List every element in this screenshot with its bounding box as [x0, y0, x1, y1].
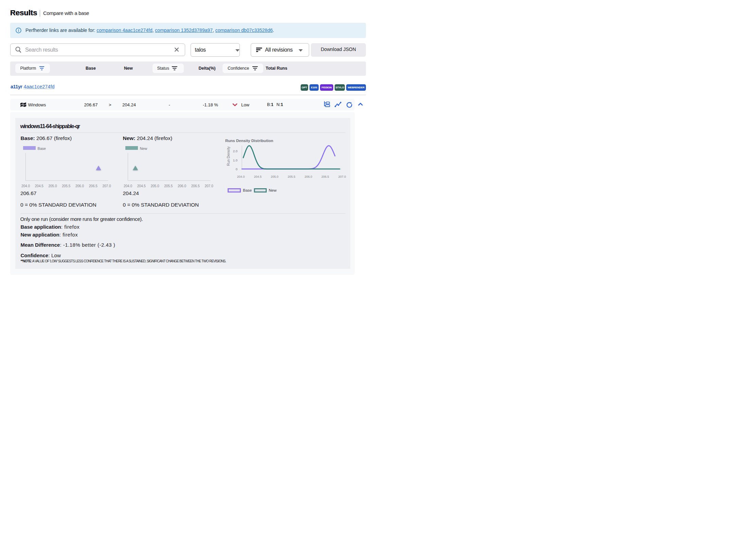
svg-text:206.0: 206.0 [304, 175, 312, 178]
svg-text:206.5: 206.5 [191, 184, 200, 188]
svg-text:205.5: 205.5 [164, 184, 173, 188]
svg-text:207.0: 207.0 [102, 184, 111, 188]
svg-text:206.0: 206.0 [75, 184, 84, 188]
svg-text:205.0: 205.0 [271, 175, 279, 178]
svg-text:0: 0 [236, 167, 237, 171]
svg-text:204.5: 204.5 [35, 184, 43, 188]
svg-text:2.0: 2.0 [233, 149, 237, 153]
svg-text:207.0: 207.0 [338, 175, 346, 178]
svg-text:Base: Base [243, 188, 252, 192]
svg-text:204.5: 204.5 [137, 184, 146, 188]
svg-text:207.0: 207.0 [205, 184, 213, 188]
svg-text:204.0: 204.0 [237, 175, 245, 178]
svg-text:Run Density: Run Density [226, 146, 230, 166]
svg-text:205.0: 205.0 [150, 184, 159, 188]
svg-text:204.5: 204.5 [254, 175, 262, 178]
svg-text:206.0: 206.0 [178, 184, 186, 188]
svg-text:206.5: 206.5 [89, 184, 98, 188]
svg-text:1.0: 1.0 [233, 158, 237, 162]
svg-text:205.5: 205.5 [62, 184, 70, 188]
svg-text:205.0: 205.0 [48, 184, 57, 188]
svg-text:204.0: 204.0 [124, 184, 132, 188]
svg-text:205.5: 205.5 [288, 175, 296, 178]
svg-text:204.0: 204.0 [21, 184, 30, 188]
svg-text:New: New [269, 188, 277, 192]
svg-text:206.5: 206.5 [321, 175, 329, 178]
